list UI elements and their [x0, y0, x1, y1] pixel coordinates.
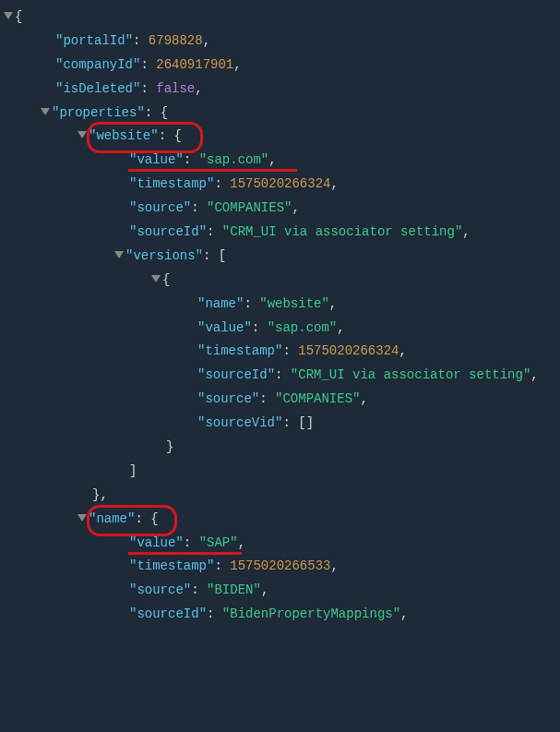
json-key: source: [137, 582, 183, 597]
json-string: sap.com: [207, 152, 261, 167]
json-key: source: [137, 200, 183, 215]
json-key: companyId: [63, 57, 133, 72]
annotation-underline: [128, 169, 297, 172]
json-line: "timestamp": 1575020266533,: [4, 555, 560, 579]
json-key: isDeleted: [63, 81, 133, 96]
json-key: value: [137, 152, 175, 167]
json-line: "value": "SAP",: [4, 532, 560, 556]
json-number: 1575020266324: [298, 343, 399, 358]
json-key: name: [205, 296, 236, 311]
json-key: sourceId: [205, 367, 267, 382]
json-number: 2640917901: [156, 57, 233, 72]
json-key: sourceVid: [205, 415, 275, 430]
json-line: "name": {: [4, 508, 560, 532]
json-line: "source": "COMPANIES",: [4, 197, 560, 221]
json-line: "timestamp": 1575020266324,: [4, 340, 560, 364]
collapse-toggle-icon[interactable]: [77, 131, 87, 138]
json-key: timestamp: [205, 343, 275, 358]
json-line: "sourceId": "CRM_UI via associator setti…: [4, 221, 560, 245]
json-string: BidenPropertyMappings: [230, 606, 392, 621]
json-line: "website": {: [4, 125, 560, 149]
json-line: "value": "sap.com",: [4, 149, 560, 173]
json-keyword: false: [156, 81, 195, 96]
json-line: ]: [4, 460, 560, 484]
json-line: "name": "website",: [4, 293, 560, 317]
json-key: sourceId: [137, 224, 198, 239]
json-key: sourceId: [137, 606, 198, 621]
json-key: source: [205, 391, 251, 406]
json-string: CRM_UI via associator setting: [230, 224, 455, 239]
json-line: },: [4, 484, 560, 508]
json-key: name: [96, 511, 127, 526]
json-key: timestamp: [137, 176, 207, 191]
json-key: website: [96, 128, 150, 143]
json-line: {: [4, 6, 560, 30]
json-line: "portalId": 6798828,: [4, 30, 560, 54]
json-key: value: [137, 535, 175, 550]
json-line: "sourceVid": []: [4, 412, 560, 436]
json-line: }: [4, 436, 560, 460]
json-string: CRM_UI via associator setting: [298, 367, 523, 382]
json-line: "isDeleted": false,: [4, 78, 560, 102]
json-string: website: [268, 296, 322, 311]
json-string: BIDEN: [214, 582, 253, 597]
collapse-toggle-icon[interactable]: [77, 514, 87, 522]
json-number: 1575020266533: [230, 558, 330, 573]
json-number: 6798828: [149, 33, 203, 48]
json-key: properties: [59, 105, 137, 120]
json-line: "sourceId": "BidenPropertyMappings",: [4, 603, 560, 627]
collapse-toggle-icon[interactable]: [114, 251, 124, 258]
json-string: COMPANIES: [214, 200, 284, 215]
json-key: portalId: [63, 33, 125, 48]
json-viewer: { "portalId": 6798828, "companyId": 2640…: [0, 0, 560, 627]
json-line: "source": "BIDEN",: [4, 579, 560, 603]
json-line: "source": "COMPANIES",: [4, 388, 560, 412]
json-line: {: [4, 269, 560, 293]
json-key: value: [205, 320, 244, 335]
json-key: timestamp: [137, 558, 207, 573]
json-number: 1575020266324: [230, 176, 330, 191]
json-string: sap.com: [275, 320, 329, 335]
json-key: versions: [133, 248, 195, 263]
json-line: "versions": [: [4, 245, 560, 269]
collapse-toggle-icon[interactable]: [41, 108, 50, 115]
json-line: "value": "sap.com",: [4, 317, 560, 341]
collapse-toggle-icon[interactable]: [4, 12, 13, 19]
annotation-underline: [128, 552, 242, 555]
json-line: "properties": {: [4, 102, 560, 126]
json-string: COMPANIES: [282, 391, 352, 406]
json-line: "sourceId": "CRM_UI via associator setti…: [4, 364, 560, 388]
json-line: "timestamp": 1575020266324,: [4, 173, 560, 197]
json-line: "companyId": 2640917901,: [4, 54, 560, 78]
collapse-toggle-icon[interactable]: [151, 275, 161, 282]
json-string: SAP: [207, 535, 230, 550]
